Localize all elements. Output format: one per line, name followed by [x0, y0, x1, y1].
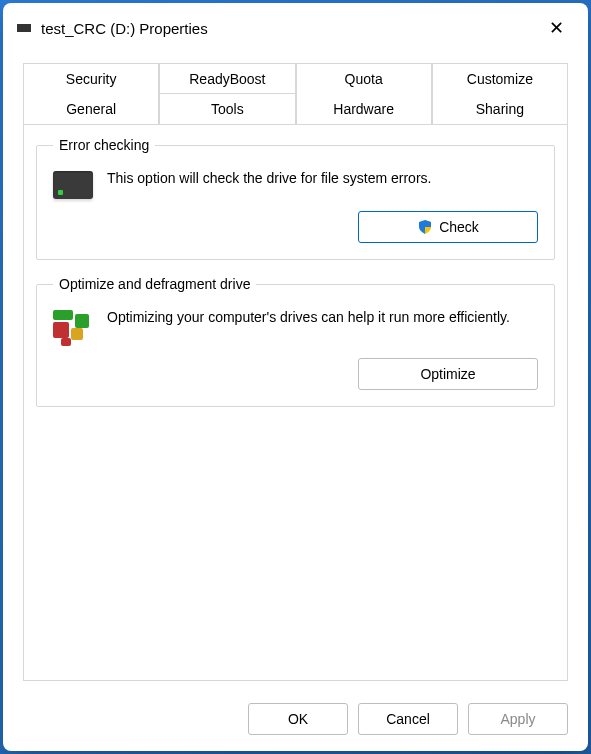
- apply-button: Apply: [468, 703, 568, 735]
- cancel-button[interactable]: Cancel: [358, 703, 458, 735]
- dialog-footer: OK Cancel Apply: [3, 691, 588, 751]
- close-button[interactable]: ✕: [539, 13, 574, 43]
- ok-button-label: OK: [288, 711, 308, 727]
- group-optimize-legend: Optimize and defragment drive: [53, 276, 256, 292]
- properties-dialog: test_CRC (D:) Properties ✕ Security Read…: [3, 3, 588, 751]
- defrag-icon: [53, 310, 93, 346]
- group-error-checking-legend: Error checking: [53, 137, 155, 153]
- optimize-description: Optimizing your computer's drives can he…: [107, 308, 538, 327]
- check-button[interactable]: Check: [358, 211, 538, 243]
- tab-readyboost[interactable]: ReadyBoost: [159, 63, 295, 94]
- group-optimize: Optimize and defragment drive Optimizing…: [36, 276, 555, 407]
- drive-icon: [53, 171, 93, 199]
- group-error-checking: Error checking This option will check th…: [36, 137, 555, 260]
- drive-title-icon: [17, 24, 31, 32]
- tab-general[interactable]: General: [23, 93, 159, 125]
- shield-icon: [417, 219, 433, 235]
- tab-tools[interactable]: Tools: [159, 93, 295, 125]
- title-bar: test_CRC (D:) Properties ✕: [3, 3, 588, 53]
- tab-security[interactable]: Security: [23, 63, 159, 94]
- apply-button-label: Apply: [500, 711, 535, 727]
- optimize-button[interactable]: Optimize: [358, 358, 538, 390]
- window-title: test_CRC (D:) Properties: [41, 20, 539, 37]
- tab-panel-tools: Error checking This option will check th…: [23, 125, 568, 681]
- tab-sharing[interactable]: Sharing: [432, 93, 568, 125]
- dialog-content: Security ReadyBoost Quota Customize Gene…: [3, 53, 588, 691]
- tab-hardware[interactable]: Hardware: [296, 93, 432, 125]
- tab-customize[interactable]: Customize: [432, 63, 568, 94]
- error-checking-description: This option will check the drive for fil…: [107, 169, 538, 188]
- ok-button[interactable]: OK: [248, 703, 348, 735]
- tab-quota[interactable]: Quota: [296, 63, 432, 94]
- cancel-button-label: Cancel: [386, 711, 430, 727]
- check-button-label: Check: [439, 219, 479, 235]
- optimize-button-label: Optimize: [420, 366, 475, 382]
- tab-strip: Security ReadyBoost Quota Customize Gene…: [23, 63, 568, 125]
